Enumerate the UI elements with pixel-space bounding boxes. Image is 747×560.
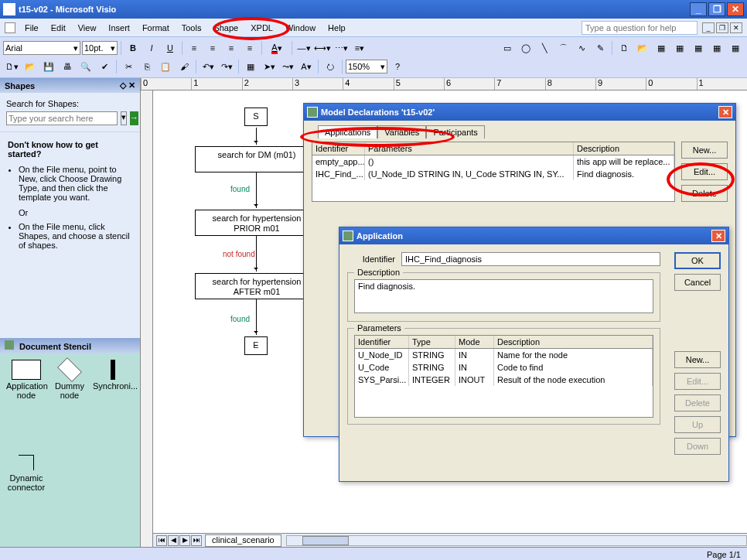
app-row-0[interactable]: empty_app... () this app will be replace… [312, 155, 674, 168]
doc-minimize-button[interactable]: _ [702, 22, 715, 33]
grid3-icon[interactable]: ▦ [690, 40, 707, 56]
menu-shape[interactable]: Shape [207, 22, 244, 34]
tab-variables[interactable]: Variables [377, 125, 426, 138]
tab-next-button[interactable]: ▶ [179, 535, 190, 546]
menu-format[interactable]: Format [136, 22, 176, 34]
connector-tool[interactable]: ⤳▾ [279, 59, 296, 74]
stencil-dynamic-connector[interactable]: Dynamic connector [6, 452, 46, 541]
line-weight-button[interactable]: ≡▾ [351, 40, 368, 56]
format-painter-button[interactable]: 🖌 [176, 59, 193, 74]
node-search-dm[interactable]: search for DM (m01) [195, 146, 319, 172]
save-button[interactable]: 💾 [40, 59, 57, 74]
spellcheck-button[interactable]: ✔ [96, 59, 113, 74]
print-button[interactable]: 🖶 [59, 59, 76, 74]
undo-button[interactable]: ↶▾ [200, 59, 217, 74]
node-end[interactable]: E [244, 336, 268, 355]
stencil-application-node[interactable]: Application node [6, 360, 46, 449]
arc-tool[interactable]: ⌒ [554, 40, 571, 56]
tab-last-button[interactable]: ⏭ [191, 535, 202, 546]
app-dlg-close-button[interactable]: ✕ [711, 230, 725, 242]
fontcolor-button[interactable]: A▾ [265, 40, 288, 56]
justify-button[interactable]: ≡ [241, 40, 258, 56]
line-pattern-button[interactable]: ⋯▾ [333, 40, 350, 56]
bold-button[interactable]: B [124, 40, 142, 56]
text-tool[interactable]: A▾ [298, 59, 315, 74]
align-right-button[interactable]: ≡ [223, 40, 240, 56]
tab-first-button[interactable]: ⏮ [156, 535, 167, 546]
freeform-tool[interactable]: ∿ [573, 40, 590, 56]
tab-participants[interactable]: Participants [426, 125, 484, 138]
grid2-icon[interactable]: ▦ [671, 40, 688, 56]
paste-button[interactable]: 📋 [157, 59, 174, 74]
grid1-icon[interactable]: ▦ [653, 40, 670, 56]
shapes-search-input[interactable] [6, 111, 118, 125]
model-new-button[interactable]: New... [681, 142, 728, 159]
menu-edit[interactable]: Edit [45, 22, 72, 34]
node-search-hyper-prior[interactable]: search for hypertension PRIOR m01 [195, 210, 319, 236]
rotate-button[interactable]: ⭮ [322, 59, 339, 74]
new-doc-button[interactable]: 🗋▾ [3, 59, 20, 74]
param-row-0[interactable]: U_Node_IDSTRINGINName for the node [355, 349, 653, 361]
help-search-input[interactable] [582, 21, 698, 35]
open-doc-button[interactable]: 📂 [22, 59, 39, 74]
app-delete-button[interactable]: Delete [674, 394, 721, 411]
app-down-button[interactable]: Down [674, 438, 721, 455]
doc-close-button[interactable]: ✕ [730, 22, 742, 33]
model-dlg-titlebar[interactable]: Model Declarations 't15-v02' ✕ [304, 104, 735, 121]
tab-clinical-scenario[interactable]: clinical_scenario [205, 534, 281, 547]
node-search-hyper-after[interactable]: search for hypertension AFTER m01 [195, 273, 319, 299]
menu-insert[interactable]: Insert [102, 22, 136, 34]
grid4-icon[interactable]: ▦ [708, 40, 725, 56]
close-button[interactable]: ✕ [727, 2, 744, 16]
line-tool[interactable]: ╲ [536, 40, 553, 56]
search-dropdown-icon[interactable]: ▾ [121, 111, 127, 125]
tab-applications[interactable]: Applications [318, 125, 377, 138]
model-dlg-close-button[interactable]: ✕ [718, 106, 732, 118]
app-edit-button[interactable]: Edit... [674, 373, 721, 390]
doc-restore-button[interactable]: ❐ [716, 22, 728, 33]
node-start[interactable]: S [244, 108, 268, 126]
app-up-button[interactable]: Up [674, 416, 721, 433]
line-button[interactable]: —▾ [295, 40, 312, 56]
redo-button[interactable]: ↷▾ [218, 59, 235, 74]
stencil-dummy-node[interactable]: Dummy node [49, 360, 90, 449]
zoom-selector[interactable]: 150%▾ [346, 60, 387, 73]
line-ends-button[interactable]: ⟷▾ [314, 40, 331, 56]
cut-button[interactable]: ✂ [120, 59, 137, 74]
app-ok-button[interactable]: OK [674, 252, 721, 269]
underline-button[interactable]: U [162, 40, 179, 56]
app-row-1[interactable]: IHC_Find_... (U_Node_ID STRING IN, U_Cod… [312, 168, 674, 180]
menu-view[interactable]: View [72, 22, 103, 34]
minimize-button[interactable]: _ [690, 2, 707, 16]
param-row-2[interactable]: SYS_Parsi...INTEGERINOUTResult of the no… [355, 374, 653, 386]
fontsize-selector[interactable]: 10pt.▾ [82, 41, 118, 55]
model-edit-button[interactable]: Edit... [681, 163, 728, 180]
description-input[interactable] [354, 279, 653, 313]
font-selector[interactable]: Arial▾ [3, 41, 80, 55]
help-button[interactable]: ? [389, 59, 406, 74]
open-button[interactable]: 📂 [634, 40, 651, 56]
identifier-input[interactable] [401, 252, 660, 266]
menu-window[interactable]: Window [279, 22, 322, 34]
rect-tool[interactable]: ▭ [499, 40, 516, 56]
search-go-button[interactable]: → [130, 111, 138, 125]
ellipse-tool[interactable]: ◯ [517, 40, 534, 56]
grid5-icon[interactable]: ▦ [727, 40, 744, 56]
tab-prev-button[interactable]: ◀ [168, 535, 179, 546]
pencil-tool[interactable]: ✎ [592, 40, 609, 56]
maximize-button[interactable]: ❐ [708, 2, 725, 16]
menu-xpdl[interactable]: XPDL [244, 22, 279, 34]
italic-button[interactable]: I [143, 40, 160, 56]
menu-help[interactable]: Help [322, 22, 352, 34]
menu-tools[interactable]: Tools [176, 22, 208, 34]
new-button[interactable]: 🗋 [616, 40, 633, 56]
stencil-synchroni[interactable]: Synchroni... [93, 360, 133, 449]
hscroll-thumb[interactable] [302, 536, 349, 545]
param-row-1[interactable]: U_CodeSTRINGINCode to find [355, 361, 653, 374]
copy-button[interactable]: ⎘ [138, 59, 155, 74]
shapes-close-icon[interactable]: ◇ ✕ [120, 80, 135, 90]
app-cancel-button[interactable]: Cancel [674, 274, 721, 291]
model-delete-button[interactable]: Delete [681, 185, 728, 202]
app-new-button[interactable]: New... [674, 351, 721, 368]
preview-button[interactable]: 🔍 [77, 59, 94, 74]
